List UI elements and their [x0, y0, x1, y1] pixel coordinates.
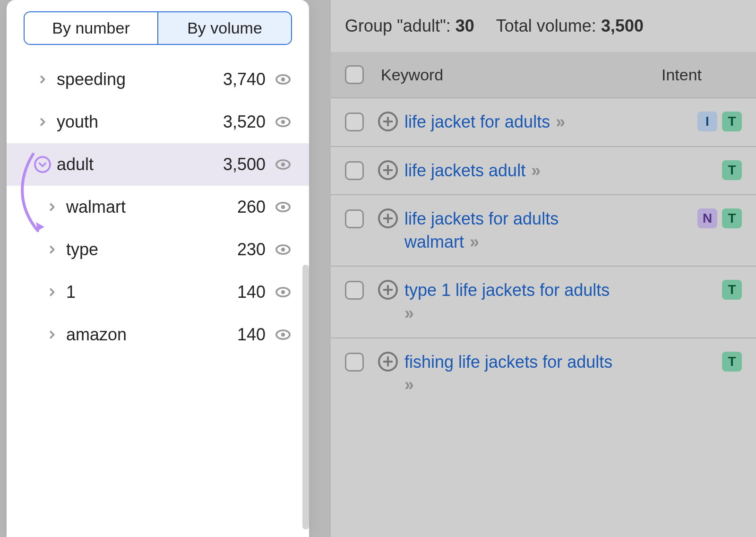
add-keyword-icon[interactable]: [378, 352, 398, 372]
row-checkbox[interactable]: [345, 161, 364, 180]
group-list: speeding3,740youth3,520adult3,500walmart…: [7, 58, 309, 356]
column-header-keyword[interactable]: Keyword: [381, 66, 662, 84]
group-volume: 260: [237, 197, 266, 217]
group-label: adult: [57, 155, 223, 174]
group-label: type: [66, 240, 237, 260]
intent-badges: T: [722, 159, 742, 180]
double-chevron-icon: »: [404, 303, 412, 323]
chevron-right-icon[interactable]: [43, 199, 60, 216]
intent-badges: T: [722, 351, 742, 372]
keyword-text: fishing life jackets for adults: [404, 352, 612, 372]
eye-icon[interactable]: [274, 113, 292, 131]
group-label-suffix: ":: [440, 16, 455, 35]
svg-point-7: [281, 205, 285, 209]
intent-badge-t[interactable]: T: [722, 352, 742, 372]
intent-badge-t[interactable]: T: [722, 280, 742, 300]
svg-point-11: [281, 290, 285, 294]
double-chevron-icon: »: [528, 161, 539, 180]
group-volume: 140: [237, 325, 266, 345]
intent-badge-i[interactable]: I: [697, 112, 717, 131]
row-checkbox[interactable]: [345, 113, 364, 131]
group-label: amazon: [66, 325, 237, 345]
keyword-link[interactable]: life jacket for adults »: [404, 111, 563, 134]
intent-badges: IT: [697, 111, 742, 131]
group-row-amazon[interactable]: amazon140: [7, 313, 309, 356]
intent-badges: T: [722, 279, 742, 300]
group-name: adult: [403, 16, 440, 35]
row-checkbox[interactable]: [345, 353, 364, 372]
add-keyword-icon[interactable]: [378, 208, 398, 228]
double-chevron-icon: »: [467, 232, 477, 251]
group-volume: 3,520: [223, 112, 266, 132]
keyword-rows: life jacket for adults »ITlife jackets a…: [331, 97, 756, 409]
tab-by-number[interactable]: By number: [25, 12, 158, 44]
group-count: 30: [455, 16, 474, 35]
eye-icon[interactable]: [274, 283, 292, 301]
total-volume-value: 3,500: [601, 16, 644, 35]
eye-icon[interactable]: [274, 70, 292, 88]
intent-badge-n[interactable]: N: [697, 208, 717, 228]
intent-badge-t[interactable]: T: [722, 208, 742, 228]
group-volume: 3,500: [223, 155, 266, 174]
intent-badge-t[interactable]: T: [722, 112, 742, 131]
double-chevron-icon: »: [404, 375, 412, 394]
group-summary-header: Group "adult": 30 Total volume: 3,500: [331, 0, 756, 52]
group-row-type[interactable]: type230: [7, 228, 309, 271]
group-label: youth: [57, 112, 223, 132]
svg-point-13: [281, 333, 285, 337]
group-sort-tabs: By number By volume: [24, 11, 292, 45]
row-checkbox[interactable]: [345, 209, 364, 228]
eye-icon[interactable]: [274, 326, 292, 344]
keyword-text: life jackets adult: [404, 161, 525, 180]
keyword-row: life jackets adult »T: [331, 146, 756, 195]
group-label: walmart: [66, 197, 237, 217]
keyword-link[interactable]: life jackets adult »: [404, 159, 539, 182]
group-row-1[interactable]: 1140: [7, 271, 309, 313]
keyword-link[interactable]: life jackets for adults walmart »: [404, 208, 622, 253]
svg-point-9: [281, 248, 285, 252]
svg-point-5: [281, 163, 285, 167]
tab-by-volume[interactable]: By volume: [158, 12, 291, 44]
keyword-row: fishing life jackets for adults »T: [331, 338, 756, 409]
keyword-row: type 1 life jackets for adults »T: [331, 266, 756, 337]
chevron-right-icon[interactable]: [43, 241, 60, 258]
table-header-row: Keyword Intent: [331, 52, 756, 97]
total-volume-summary: Total volume: 3,500: [496, 16, 644, 36]
add-keyword-icon[interactable]: [378, 160, 398, 180]
keyword-row: life jacket for adults »IT: [331, 97, 756, 146]
eye-icon[interactable]: [274, 156, 292, 173]
group-label-prefix: Group ": [345, 16, 403, 35]
keyword-table-panel: Group "adult": 30 Total volume: 3,500 Ke…: [331, 0, 756, 537]
group-row-speeding[interactable]: speeding3,740: [7, 58, 309, 101]
keyword-text: life jacket for adults: [404, 112, 550, 131]
keyword-row: life jackets for adults walmart »NT: [331, 194, 756, 266]
eye-icon[interactable]: [274, 198, 292, 216]
chevron-right-icon[interactable]: [34, 71, 51, 88]
group-row-walmart[interactable]: walmart260: [7, 186, 309, 228]
sidebar-scrollbar[interactable]: [302, 265, 309, 529]
eye-icon[interactable]: [274, 241, 292, 259]
group-volume: 230: [237, 240, 266, 260]
chevron-down-icon[interactable]: [34, 156, 51, 173]
svg-point-1: [281, 78, 285, 82]
chevron-right-icon[interactable]: [34, 113, 51, 130]
row-checkbox[interactable]: [345, 281, 364, 300]
group-label: 1: [66, 282, 237, 302]
chevron-right-icon[interactable]: [43, 326, 60, 343]
group-row-adult[interactable]: adult3,500: [7, 143, 309, 186]
add-keyword-icon[interactable]: [378, 280, 398, 300]
group-name-summary: Group "adult": 30: [345, 16, 474, 36]
keyword-text: type 1 life jackets for adults: [404, 280, 610, 300]
intent-badges: NT: [697, 208, 742, 228]
group-volume: 140: [237, 282, 266, 302]
column-header-intent[interactable]: Intent: [662, 66, 742, 84]
chevron-right-icon[interactable]: [43, 284, 60, 301]
keyword-link[interactable]: fishing life jackets for adults »: [404, 351, 622, 397]
keyword-link[interactable]: type 1 life jackets for adults »: [404, 279, 622, 325]
add-keyword-icon[interactable]: [378, 112, 398, 131]
group-volume: 3,740: [223, 69, 266, 89]
group-row-youth[interactable]: youth3,520: [7, 101, 309, 143]
group-label: speeding: [57, 69, 223, 89]
select-all-checkbox[interactable]: [345, 65, 364, 84]
intent-badge-t[interactable]: T: [722, 160, 742, 180]
